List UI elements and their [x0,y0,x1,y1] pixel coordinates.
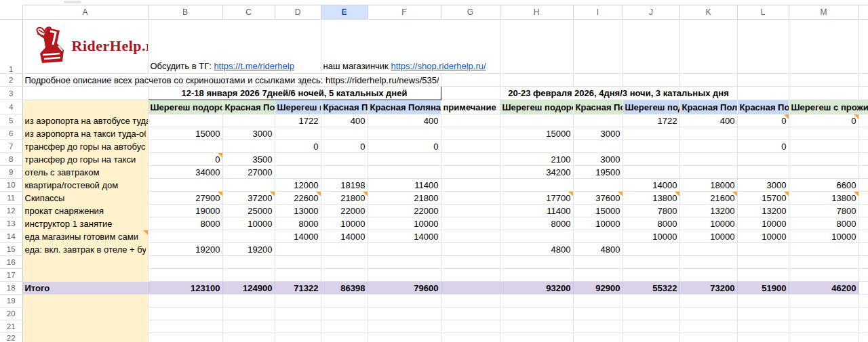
cell[interactable] [148,320,222,333]
cell[interactable] [441,217,500,230]
cell[interactable] [789,153,859,166]
cell[interactable] [623,153,679,166]
row-number[interactable]: 12 [0,205,22,217]
cell-value[interactable]: 13200 [737,205,789,217]
telegram-link[interactable]: https://t.me/riderhelp [214,61,294,71]
cell-value[interactable]: 1722 [623,114,679,127]
cell[interactable] [275,333,321,342]
row-number[interactable]: 21 [0,320,22,333]
total-value[interactable]: 79600 [368,282,441,295]
cell[interactable] [441,192,500,205]
row-label-cell[interactable]: квартира/гостевой дом [22,179,148,192]
row-number[interactable]: 11 [0,192,22,205]
cell[interactable] [441,230,500,243]
col-header-polyana-1[interactable]: Красная Пол [222,100,275,114]
cell-value[interactable]: 15000 [573,205,623,217]
total-value[interactable]: 51900 [737,282,789,295]
total-value[interactable]: 71322 [275,282,321,295]
cell[interactable] [148,333,222,342]
cell[interactable] [573,333,623,342]
cell[interactable] [789,74,859,87]
cell-value[interactable]: 10000 [623,230,679,243]
cell[interactable] [441,333,500,342]
cell[interactable] [573,230,623,243]
period-title-january[interactable]: 12-18 января 2026 7дней/6 ночей, 5 катал… [148,87,441,100]
cell-value-with-note[interactable]: 27900 [148,192,222,205]
cell[interactable] [789,320,859,333]
cell[interactable] [859,333,868,342]
row-label-cell[interactable]: трансфер до горы на такси [22,153,148,166]
row-label-cell[interactable]: из аэропорта на такси туда-обра [22,127,148,140]
cell[interactable] [789,243,859,256]
cell-value[interactable]: 10000 [368,217,441,230]
cell-value[interactable]: 12000 [275,179,321,192]
cell[interactable] [222,140,275,153]
cell[interactable] [500,74,573,87]
cell[interactable] [679,74,737,87]
cell-value[interactable]: 10000 [321,217,368,230]
cell-value-with-note[interactable]: 22600 [275,192,321,205]
col-header-polyana-5[interactable]: Красная Поля [679,100,737,114]
cell[interactable] [321,269,368,282]
cell[interactable] [859,140,868,153]
cell-value[interactable]: 4800 [500,243,573,256]
cell-A2-description[interactable]: Подробное описание всех расчетов со скри… [22,74,441,87]
cell[interactable] [573,179,623,192]
cell[interactable] [148,230,222,243]
col-header-sheregesh-3[interactable]: Шерегеш подоро [500,100,573,114]
cell-value[interactable]: 3500 [222,153,275,166]
cell-value[interactable]: 0 [737,140,789,153]
cell-value[interactable]: 18000 [679,179,737,192]
column-header-F[interactable]: F [368,5,441,20]
cell[interactable] [679,243,737,256]
cell-value-with-note[interactable]: 37600 [573,192,623,205]
row-number[interactable]: 3 [0,87,22,100]
col-header-polyana-3[interactable]: Красная Поляна о [368,100,441,114]
cell[interactable] [500,320,573,333]
cell[interactable] [368,307,441,320]
column-header-M[interactable]: M [789,5,859,20]
cell[interactable] [789,269,859,282]
cell[interactable] [275,256,321,269]
row-number[interactable]: 7 [0,140,22,153]
cell[interactable] [148,179,222,192]
cell-value[interactable]: 22000 [368,205,441,217]
cell-value[interactable]: 0 [321,140,368,153]
cell[interactable] [275,127,321,140]
row-number[interactable]: 4 [0,100,22,114]
cell[interactable] [321,295,368,307]
cell-value[interactable]: 11400 [368,179,441,192]
cell[interactable] [22,87,148,100]
cell[interactable] [789,20,859,74]
cell[interactable] [573,114,623,127]
cell[interactable] [623,20,679,74]
cell[interactable] [679,256,737,269]
cell-value[interactable]: 400 [368,114,441,127]
cell-value[interactable]: 22000 [321,205,368,217]
cell[interactable] [22,333,148,342]
cell-value[interactable]: 8000 [148,217,222,230]
cell[interactable] [859,282,868,295]
column-header-G[interactable]: G [441,5,500,20]
cell[interactable] [859,230,868,243]
cell[interactable] [368,256,441,269]
cell-value[interactable]: 10000 [789,230,859,243]
cell[interactable] [623,166,679,179]
cell-value[interactable]: 25000 [222,205,275,217]
cell-value[interactable]: 10000 [222,217,275,230]
cell[interactable] [679,307,737,320]
cell[interactable] [441,282,500,295]
cell[interactable] [222,179,275,192]
cell[interactable] [859,192,868,205]
row-label-cell[interactable]: Скипассы [22,192,148,205]
cell-value[interactable]: 6600 [789,179,859,192]
cell[interactable] [222,307,275,320]
cell[interactable] [441,256,500,269]
row-number[interactable]: 16 [0,256,22,269]
col-header-note[interactable]: примечание [441,100,500,114]
cell[interactable] [148,307,222,320]
column-header-K[interactable]: K [679,5,737,20]
cell[interactable] [859,20,868,74]
row-number[interactable]: 19 [0,295,22,307]
total-value[interactable]: 92900 [573,282,623,295]
